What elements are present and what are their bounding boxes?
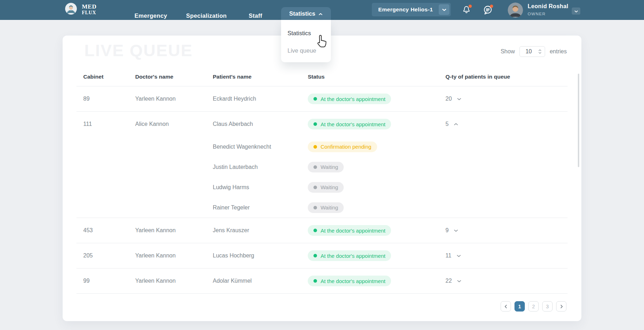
cell-qty-toggle[interactable]: 22 <box>444 278 568 284</box>
status-label: At the doctor's appointment <box>321 278 385 284</box>
statistics-dropdown-menu: Statistics Live queue <box>281 20 331 62</box>
cell-status: At the doctor's appointment <box>305 225 444 236</box>
nav-item-staff[interactable]: Staff <box>249 12 262 19</box>
chevron-down-icon[interactable] <box>457 96 461 102</box>
cell-patient-name: Lucas Hochberg <box>213 252 305 259</box>
cell-qty-toggle[interactable]: 20 <box>444 96 568 102</box>
status-label: At the doctor's appointment <box>321 121 385 127</box>
chevron-down-icon[interactable] <box>457 278 461 284</box>
entries-label: entries <box>550 48 567 55</box>
show-entries-control: Show 10 entries <box>501 46 567 57</box>
messages-button[interactable] <box>482 5 494 16</box>
live-queue-table: Cabinet Doctor's name Patient's name Sta… <box>76 68 568 294</box>
cell-qty-toggle[interactable]: 11 <box>444 252 568 259</box>
chevron-down-icon[interactable] <box>456 252 461 259</box>
cell-status: Waiting <box>305 162 444 172</box>
status-dot-icon <box>313 165 317 169</box>
cell-patient-name: Ludwig Harms <box>213 184 305 191</box>
cell-status: Waiting <box>305 202 444 213</box>
table-row: 111Alice KannonClaus AberbachAt the doct… <box>76 112 568 218</box>
notification-badge-dot <box>469 5 472 8</box>
user-role: OWNER <box>528 12 568 16</box>
cell-status: At the doctor's appointment <box>305 276 444 286</box>
qty-value: 9 <box>445 227 449 234</box>
cell-doctor-name: Alice Kannon <box>135 121 213 127</box>
status-label: At the doctor's appointment <box>321 228 385 234</box>
cell-doctor-name: Yarleen Kannon <box>135 96 213 102</box>
status-label: Confirmation pending <box>321 144 371 150</box>
table-row: 205Yarleen KannonLucas HochbergAt the do… <box>76 243 568 268</box>
cell-cabinet: 89 <box>76 96 135 102</box>
dropdown-item-statistics[interactable]: Statistics <box>281 25 331 42</box>
status-dot-icon <box>313 97 317 101</box>
table-row: 89Yarleen KannonEckardt HeydrichAt the d… <box>76 86 568 112</box>
column-header-cabinet: Cabinet <box>76 74 135 80</box>
status-label: At the doctor's appointment <box>321 253 385 259</box>
status-label: Waiting <box>321 184 338 190</box>
nav-item-specialization[interactable]: Specialization <box>186 12 227 19</box>
entries-count-value: 10 <box>526 48 538 55</box>
queue-row-sub: Justin LauterbachWaiting <box>76 157 568 177</box>
pagination-next-button[interactable] <box>556 301 566 312</box>
nav-item-statistics[interactable]: Statistics <box>281 7 331 20</box>
queue-row-main: 99Yarleen KannonAdolar KümmelAt the doct… <box>76 268 568 293</box>
clinic-selector-value: Emergency Helios-1 <box>372 6 439 13</box>
status-badge: At the doctor's appointment <box>308 119 391 129</box>
pagination-page-1[interactable]: 1 <box>514 301 525 312</box>
status-dot-icon <box>313 229 317 232</box>
logo[interactable]: MED FLUX <box>65 3 96 16</box>
cell-status: At the doctor's appointment <box>305 250 444 261</box>
chevron-up-icon[interactable] <box>454 121 458 127</box>
logo-line2: FLUX <box>82 10 96 15</box>
nav-item-emergency[interactable]: Emergency <box>134 12 167 19</box>
page-title-watermark: LIVE QUEUE <box>84 40 193 61</box>
live-queue-card: LIVE QUEUE Show 10 entries Cabinet Docto… <box>63 36 581 321</box>
user-menu[interactable]: Leonid Roshal OWNER <box>528 3 568 16</box>
pagination-prev-button[interactable] <box>501 301 511 312</box>
logo-line1: MED <box>82 4 96 10</box>
column-header-patient: Patient's name <box>213 74 305 80</box>
stepper-arrows-icon[interactable] <box>538 49 542 54</box>
cell-qty-toggle[interactable]: 5 <box>444 121 568 127</box>
cell-doctor-name: Yarleen Kannon <box>135 227 213 234</box>
status-badge: At the doctor's appointment <box>308 225 391 236</box>
notifications-button[interactable] <box>461 5 473 16</box>
top-nav-bar: MED FLUX Emergency Specialization Staff … <box>0 0 644 20</box>
qty-value: 11 <box>445 252 452 259</box>
qty-value: 22 <box>445 278 452 284</box>
cell-cabinet: 453 <box>76 227 135 234</box>
clinic-selector[interactable]: Emergency Helios-1 <box>372 3 451 16</box>
app-window: MED FLUX Emergency Specialization Staff … <box>0 0 644 330</box>
status-label: At the doctor's appointment <box>321 96 385 102</box>
chevron-up-icon <box>318 10 323 17</box>
queue-row-main: 205Yarleen KannonLucas HochbergAt the do… <box>76 243 568 268</box>
chat-icon <box>482 10 493 16</box>
chevron-down-icon[interactable] <box>454 227 458 234</box>
status-dot-icon <box>313 122 317 126</box>
column-header-doctor: Doctor's name <box>135 74 213 80</box>
show-label: Show <box>501 48 515 55</box>
dropdown-item-live-queue[interactable]: Live queue <box>281 42 331 59</box>
status-badge: At the doctor's appointment <box>308 94 391 104</box>
queue-row-sub: Ludwig HarmsWaiting <box>76 177 568 197</box>
cell-status: At the doctor's appointment <box>305 119 444 129</box>
user-avatar[interactable] <box>508 2 523 18</box>
status-badge: Waiting <box>308 202 344 213</box>
cell-status: At the doctor's appointment <box>305 94 444 104</box>
entries-count-input[interactable]: 10 <box>519 46 545 57</box>
status-badge: Waiting <box>308 162 344 172</box>
table-row: 99Yarleen KannonAdolar KümmelAt the doct… <box>76 268 568 294</box>
table-scrollbar[interactable] <box>578 74 579 167</box>
user-name: Leonid Roshal <box>528 3 568 10</box>
pagination-page-2[interactable]: 2 <box>528 301 539 312</box>
queue-row-main: 453Yarleen KannonJens KrauszerAt the doc… <box>76 218 568 243</box>
cell-doctor-name: Yarleen Kannon <box>135 252 213 259</box>
user-menu-button[interactable] <box>572 7 580 15</box>
bell-icon <box>461 10 472 16</box>
cell-patient-name: Claus Aberbach <box>213 121 305 127</box>
table-header-row: Cabinet Doctor's name Patient's name Sta… <box>76 68 568 86</box>
qty-value: 20 <box>445 96 452 102</box>
cell-status: Waiting <box>305 182 444 193</box>
pagination-page-3[interactable]: 3 <box>542 301 553 312</box>
cell-qty-toggle[interactable]: 9 <box>444 227 568 234</box>
